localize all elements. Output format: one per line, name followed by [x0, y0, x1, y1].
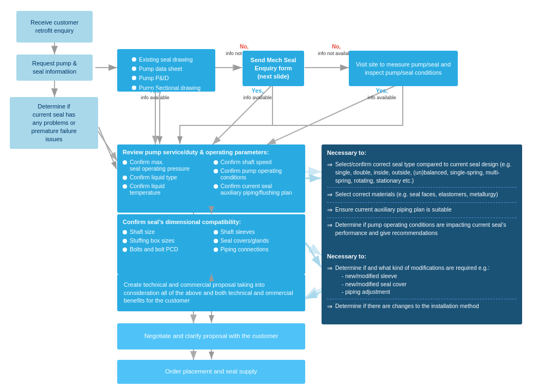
bullet-shaft-sleeves: Shaft sleeves: [214, 228, 300, 235]
necessary1-item4: ⇒ Determine if pump operating conditions…: [327, 221, 517, 239]
bullet-shaft-speed: Confirm shaft speed: [214, 159, 300, 165]
necessary2-item1: ⇒ Determine if and what kind of modifica…: [327, 264, 517, 299]
bullet-piping: Piping connections: [214, 246, 300, 252]
bullet-max-pressure: Confirm max.seal operating pressure: [123, 159, 209, 172]
request-pump-box: Request pump &seal informatiion: [16, 55, 93, 81]
svg-line-6: [95, 127, 117, 161]
bullet-liquid-type: Confirm liquid type: [123, 174, 209, 180]
svg-line-32: [306, 292, 322, 299]
receive-enquiry-box: Receive customer retrofit enquiry: [16, 11, 93, 43]
bullet-current-seal: Confirm current sealauxiliary piping/flu…: [214, 183, 300, 196]
bullet-existing-seal: Existing seal drawing: [132, 56, 201, 63]
yes2-label: Yes, info available: [240, 87, 275, 101]
necessary1-item2: ⇒ Select correct materials (e.g. seal fa…: [327, 190, 517, 203]
negotiate-box: Negotiate and clarify proposal with the …: [117, 323, 305, 349]
review-pump-box: Review pump service/duty & operating par…: [117, 144, 305, 213]
yes1-label: Yes, info available: [137, 87, 173, 101]
necessary1-panel: Necessary to: ⇒ Select/confirm correct s…: [322, 144, 522, 254]
bullet-stuffing: Stuffing box sizes: [123, 237, 209, 244]
yes3-label: Yes, info available: [364, 87, 399, 101]
svg-line-31: [306, 243, 321, 267]
bullet-liquid-temp: Confirm liquidtemperature: [123, 183, 209, 196]
determine-box: Determine if current seal has any proble…: [10, 97, 98, 149]
svg-line-28: [99, 127, 117, 169]
bullet-pump-data: Pump data sheet: [132, 65, 201, 73]
necessary2-panel: Necessary to: ⇒ Determine if and what ki…: [322, 248, 522, 324]
create-proposal-box: Create technical and commercial proposal…: [117, 274, 305, 311]
bullet-pump-pid: Pump P&ID: [132, 74, 201, 82]
send-mech-box: Send Mech Seal Enquiry form (next slide): [243, 51, 304, 86]
confirm-seal-box: Confirm seal’s dimensional compatibility…: [117, 214, 305, 274]
bullet-seal-covers: Seal covers/glands: [214, 237, 300, 244]
svg-line-18: [305, 289, 322, 297]
visit-site-box: Visit site to measure pump/seal andinspe…: [349, 51, 458, 86]
necessary2-item2: ⇒ Determine if there are changes to the …: [327, 302, 517, 314]
necessary1-item3: ⇒ Ensure current auxiliary piping plan i…: [327, 206, 517, 218]
order-placement-box: Order placement and seal supply: [117, 360, 305, 384]
diagram: Receive customer retrofit enquiry Reques…: [0, 0, 545, 392]
svg-line-14: [305, 244, 322, 255]
necessary1-item1: ⇒ Select/confirm correct seal type compa…: [327, 160, 517, 188]
info-items-box: Existing seal drawing Pump data sheet Pu…: [117, 49, 215, 92]
bullet-pump-operating: Confirm pump operatingconditions: [214, 167, 300, 180]
bullet-shaft-size: Shaft size: [123, 228, 209, 235]
bullet-bolts: Bolts and bolt PCD: [123, 246, 209, 252]
